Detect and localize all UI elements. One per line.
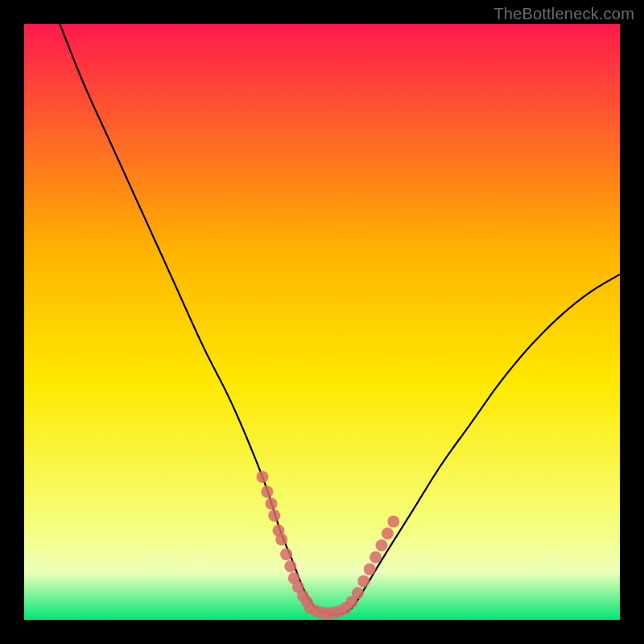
curve-dot — [280, 548, 292, 560]
curve-dot — [275, 534, 287, 546]
curve-dot — [284, 560, 296, 572]
curve-dot — [369, 551, 382, 564]
watermark-text: TheBottleneck.com — [493, 5, 634, 23]
curve-dot — [261, 485, 273, 497]
curve-dot — [382, 527, 394, 539]
curve-dot — [266, 497, 278, 510]
curve-dot — [364, 564, 376, 576]
plot-background — [24, 24, 620, 620]
bottleneck-chart — [0, 0, 644, 644]
curve-dot — [357, 575, 369, 587]
curve-dot — [352, 587, 364, 599]
curve-dot — [376, 539, 388, 551]
curve-dot — [257, 471, 269, 483]
curve-dot — [268, 510, 280, 522]
chart-frame: TheBottleneck.com — [0, 0, 644, 644]
curve-dot — [387, 515, 399, 527]
